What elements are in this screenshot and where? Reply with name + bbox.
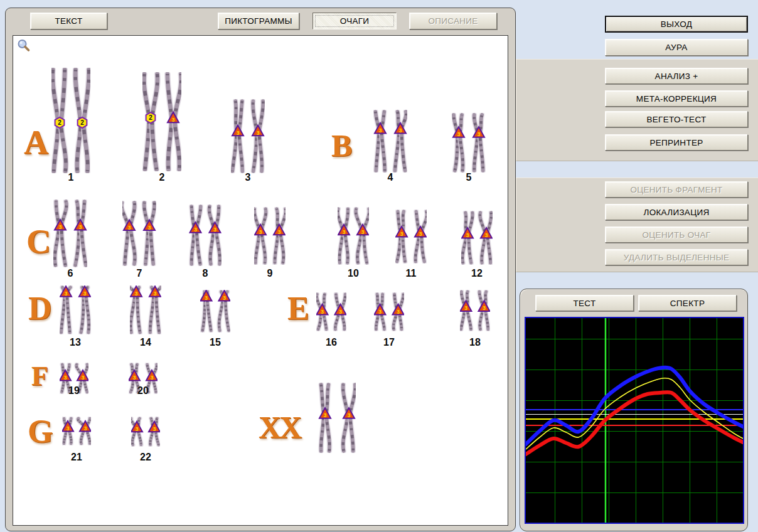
pair-number-22: 22	[130, 452, 161, 463]
tab-pictograms[interactable]: ПИКТОГРАММЫ	[218, 13, 299, 29]
svg-text:3: 3	[339, 309, 342, 315]
svg-text:3: 3	[419, 231, 422, 237]
meta-correction-button[interactable]: МЕТА-КОРРЕКЦИЯ	[605, 90, 748, 107]
chromosome-pair-XX[interactable]: 33	[318, 383, 356, 453]
svg-text:3: 3	[485, 232, 488, 238]
analysis-plus-button[interactable]: АНАЛИЗ +	[605, 68, 748, 84]
svg-text:3: 3	[223, 295, 226, 301]
evaluate-fragment-button: ОЦЕНИТЬ ФРАГМЕНТ	[605, 181, 748, 198]
svg-text:3: 3	[205, 295, 208, 301]
pair-number-18: 18	[459, 337, 491, 348]
chromosome-pair-5[interactable]: 33	[452, 113, 486, 173]
svg-text:3: 3	[154, 290, 157, 297]
svg-text:3: 3	[84, 425, 87, 432]
svg-text:3: 3	[213, 226, 216, 233]
pair-number-3: 3	[232, 172, 264, 183]
svg-text:3: 3	[324, 412, 327, 418]
pair-number-14: 14	[130, 337, 161, 348]
chromosome-pair-22[interactable]: 33	[131, 417, 160, 447]
chromosome-pair-17[interactable]: 33	[374, 292, 404, 331]
svg-text:3: 3	[148, 225, 151, 231]
svg-text:3: 3	[379, 127, 382, 134]
pair-number-11: 11	[395, 268, 427, 279]
group-letter-B: B	[331, 130, 352, 161]
svg-text:3: 3	[194, 226, 197, 233]
svg-text:3: 3	[457, 131, 461, 137]
svg-text:3: 3	[321, 309, 324, 315]
svg-text:3: 3	[59, 224, 62, 230]
chromosome-pair-15[interactable]: 33	[200, 290, 230, 332]
svg-text:3: 3	[128, 225, 131, 231]
chromosome-pair-12[interactable]: 33	[461, 211, 493, 265]
svg-text:3: 3	[343, 229, 346, 235]
pair-number-13: 13	[60, 337, 91, 348]
chromosome-pair-13[interactable]: 33	[60, 285, 91, 334]
pair-number-10: 10	[338, 268, 369, 279]
pair-number-2: 2	[146, 172, 178, 183]
svg-text:3: 3	[82, 375, 85, 381]
svg-text:3: 3	[67, 425, 70, 432]
localization-button[interactable]: ЛОКАЛИЗАЦИЯ	[605, 204, 748, 220]
svg-text:3: 3	[466, 232, 469, 238]
group-letter-D: D	[28, 292, 52, 325]
pair-number-15: 15	[200, 337, 231, 348]
group-letter-G: G	[28, 415, 53, 448]
chromosome-pair-4[interactable]: 33	[373, 110, 407, 173]
chromosome-pair-6[interactable]: 33	[53, 200, 87, 267]
spectrum-button[interactable]: СПЕКТР	[638, 295, 737, 311]
exit-button[interactable]: ВЫХОД	[605, 16, 748, 33]
svg-text:3: 3	[400, 231, 403, 237]
svg-text:3: 3	[237, 130, 240, 136]
chromosome-pair-18[interactable]: 33	[460, 290, 490, 331]
chromosome-pair-9[interactable]: 33	[254, 207, 286, 265]
reprinter-button[interactable]: РЕПРИНТЕР	[605, 134, 748, 151]
svg-text:3: 3	[172, 117, 175, 123]
svg-text:3: 3	[478, 131, 481, 137]
svg-text:3: 3	[378, 309, 382, 315]
group-letter-C: C	[26, 225, 51, 258]
chromosome-pair-14[interactable]: 33	[130, 285, 161, 334]
chromosome-pair-8[interactable]: 33	[189, 205, 222, 266]
svg-text:3: 3	[399, 127, 402, 134]
tab-text[interactable]: ТЕКСТ	[30, 13, 107, 29]
vegeto-test-button[interactable]: ВЕГЕТО-ТЕСТ	[605, 111, 748, 127]
svg-text:3: 3	[135, 290, 138, 297]
karyotype-layer[interactable]: A221232333B334335C3363373383393310331133…	[13, 35, 508, 526]
pair-number-21: 21	[61, 452, 92, 463]
svg-text:3: 3	[133, 375, 136, 381]
evaluate-focus-button: ОЦЕНИТЬ ОЧАГ	[605, 226, 748, 243]
tab-foci[interactable]: ОЧАГИ	[312, 13, 397, 29]
svg-text:3: 3	[136, 426, 139, 432]
app-window: ТЕКСТ ПИКТОГРАММЫ ОЧАГИ ОПИСАНИЕ A221232…	[0, 0, 758, 532]
pair-number-6: 6	[55, 268, 86, 279]
chromosome-pair-3[interactable]: 33	[231, 99, 265, 173]
svg-text:3: 3	[65, 290, 68, 297]
svg-text:3: 3	[64, 375, 67, 381]
pair-number-12: 12	[461, 268, 493, 279]
aura-button[interactable]: АУРА	[605, 39, 748, 56]
pair-number-19: 19	[58, 385, 90, 396]
test-button[interactable]: ТЕСТ	[535, 295, 634, 311]
pair-number-1: 1	[55, 172, 87, 183]
pair-number-5: 5	[453, 172, 484, 183]
chromosome-pair-7[interactable]: 33	[122, 201, 156, 266]
svg-text:3: 3	[278, 229, 281, 235]
group-letter-F: F	[31, 363, 48, 390]
group-letter-XX: XX	[259, 412, 300, 443]
pair-number-9: 9	[254, 268, 286, 279]
svg-text:2: 2	[149, 114, 152, 121]
svg-text:3: 3	[259, 229, 262, 235]
chromosome-pair-10[interactable]: 33	[338, 207, 369, 265]
chromosome-pair-16[interactable]: 33	[316, 292, 346, 331]
pair-number-8: 8	[190, 268, 221, 279]
pair-number-20: 20	[127, 385, 159, 396]
pair-number-4: 4	[375, 172, 406, 183]
svg-text:3: 3	[397, 309, 400, 315]
chromosome-pair-2[interactable]: 23	[142, 72, 181, 171]
svg-text:3: 3	[153, 426, 156, 432]
chromosome-pair-11[interactable]: 33	[395, 210, 427, 263]
svg-text:3: 3	[464, 305, 467, 311]
chromosome-pair-1[interactable]: 22	[51, 68, 90, 173]
pair-number-16: 16	[316, 337, 347, 348]
chromosome-pair-21[interactable]: 33	[62, 417, 91, 445]
